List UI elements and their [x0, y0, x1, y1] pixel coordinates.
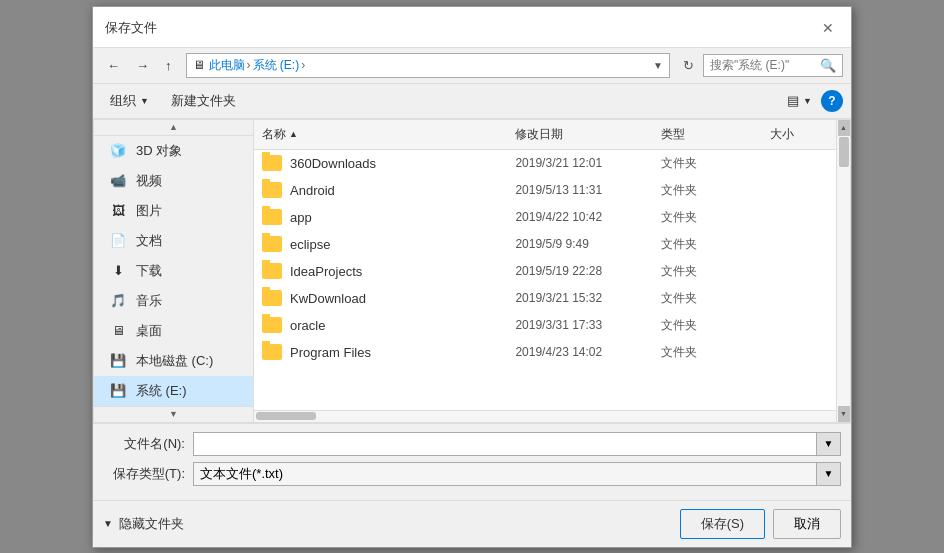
file-name-cell: oracle: [254, 314, 507, 336]
main-content: ▲ 🧊 3D 对象 📹 视频 🖼 图片 📄 文档 ⬇ 下载 🎵 音乐 🖥 桌面 …: [93, 119, 851, 423]
file-type-cell: 文件夹: [653, 341, 763, 364]
sidebar-item-8[interactable]: 💾 系统 (E:): [94, 376, 253, 406]
sidebar-icon-3: 📄: [108, 231, 128, 251]
table-row[interactable]: app 2019/4/22 10:42 文件夹: [254, 204, 836, 231]
filetype-select[interactable]: 文本文件(*.txt): [193, 462, 817, 486]
file-size-cell: [762, 349, 836, 355]
bottom-section: 文件名(N): ▼ 保存类型(T): 文本文件(*.txt) ▼: [93, 423, 851, 500]
close-button[interactable]: ✕: [817, 17, 839, 39]
sidebar-item-5[interactable]: 🎵 音乐: [94, 286, 253, 316]
file-date-cell: 2019/5/13 11:31: [507, 180, 653, 200]
new-folder-button[interactable]: 新建文件夹: [162, 88, 245, 114]
file-type-cell: 文件夹: [653, 152, 763, 175]
back-button[interactable]: ←: [101, 54, 126, 77]
file-name-text: Android: [290, 183, 335, 198]
sidebar-item-label-3: 文档: [136, 232, 162, 250]
sidebar-item-label-2: 图片: [136, 202, 162, 220]
col-size-header[interactable]: 大小: [762, 122, 836, 147]
table-row[interactable]: eclipse 2019/5/9 9:49 文件夹: [254, 231, 836, 258]
breadcrumb-dropdown-icon[interactable]: ▼: [653, 60, 663, 71]
file-name-cell: IdeaProjects: [254, 260, 507, 282]
view-icon: ▤: [787, 93, 799, 108]
file-type-cell: 文件夹: [653, 179, 763, 202]
file-size-cell: [762, 241, 836, 247]
table-row[interactable]: 360Downloads 2019/3/21 12:01 文件夹: [254, 150, 836, 177]
sidebar-scroll-up[interactable]: ▲: [94, 120, 253, 136]
up-button[interactable]: ↑: [159, 54, 178, 77]
col-name-header[interactable]: 名称 ▲: [254, 122, 507, 147]
sidebar-icon-4: ⬇: [108, 261, 128, 281]
sidebar-scroll-down[interactable]: ▼: [94, 406, 253, 422]
folder-icon: [262, 317, 282, 333]
breadcrumb-current[interactable]: 系统 (E:): [253, 57, 300, 74]
breadcrumb-root[interactable]: 此电脑: [209, 57, 245, 74]
h-scrollbar-thumb: [256, 412, 316, 420]
sidebar-item-4[interactable]: ⬇ 下载: [94, 256, 253, 286]
help-button[interactable]: ?: [821, 90, 843, 112]
table-row[interactable]: Android 2019/5/13 11:31 文件夹: [254, 177, 836, 204]
h-scrollbar[interactable]: [254, 410, 836, 422]
save-button[interactable]: 保存(S): [680, 509, 765, 539]
filename-label: 文件名(N):: [103, 435, 193, 453]
cancel-button[interactable]: 取消: [773, 509, 841, 539]
refresh-button[interactable]: ↻: [678, 56, 699, 75]
chevron-down-icon: ▼: [103, 518, 113, 529]
sidebar-item-7[interactable]: 💾 本地磁盘 (C:): [94, 346, 253, 376]
file-list-header: 名称 ▲ 修改日期 类型 大小: [254, 120, 836, 150]
sidebar-item-1[interactable]: 📹 视频: [94, 166, 253, 196]
search-input[interactable]: [710, 58, 820, 72]
sidebar-item-0[interactable]: 🧊 3D 对象: [94, 136, 253, 166]
hide-folder-toggle[interactable]: ▼ 隐藏文件夹: [103, 515, 184, 533]
sidebar-icon-5: 🎵: [108, 291, 128, 311]
filename-row: 文件名(N): ▼: [103, 432, 841, 456]
filetype-dropdown-button[interactable]: ▼: [817, 462, 841, 486]
organize-label: 组织: [110, 92, 136, 110]
action-bar: 组织 ▼ 新建文件夹 ▤ ▼ ?: [93, 84, 851, 119]
sidebar-item-6[interactable]: 🖥 桌面: [94, 316, 253, 346]
table-row[interactable]: Program Files 2019/4/23 14:02 文件夹: [254, 339, 836, 366]
col-type-header[interactable]: 类型: [653, 122, 763, 147]
folder-icon: [262, 155, 282, 171]
filename-input[interactable]: [193, 432, 817, 456]
file-name-cell: app: [254, 206, 507, 228]
sidebar-item-2[interactable]: 🖼 图片: [94, 196, 253, 226]
forward-button[interactable]: →: [130, 54, 155, 77]
file-size-cell: [762, 214, 836, 220]
filename-dropdown-button[interactable]: ▼: [817, 432, 841, 456]
file-type-cell: 文件夹: [653, 206, 763, 229]
folder-icon: [262, 344, 282, 360]
file-rows: 360Downloads 2019/3/21 12:01 文件夹 Android…: [254, 150, 836, 410]
sidebar-icon-6: 🖥: [108, 321, 128, 341]
file-name-text: app: [290, 210, 312, 225]
v-scroll-track: [838, 136, 850, 406]
footer-buttons: 保存(S) 取消: [680, 509, 841, 539]
footer-bar: ▼ 隐藏文件夹 保存(S) 取消: [93, 500, 851, 547]
file-list-inner: 名称 ▲ 修改日期 类型 大小 360Downl: [254, 120, 836, 422]
sort-asc-icon: ▲: [289, 129, 298, 139]
file-name-cell: eclipse: [254, 233, 507, 255]
folder-icon: [262, 290, 282, 306]
filetype-label: 保存类型(T):: [103, 465, 193, 483]
v-scroll-down[interactable]: ▼: [838, 406, 850, 422]
sidebar-item-label-0: 3D 对象: [136, 142, 182, 160]
table-row[interactable]: oracle 2019/3/31 17:33 文件夹: [254, 312, 836, 339]
breadcrumb[interactable]: 🖥 此电脑 › 系统 (E:) › ▼: [186, 53, 671, 78]
file-date-cell: 2019/5/19 22:28: [507, 261, 653, 281]
file-name-cell: Program Files: [254, 341, 507, 363]
sidebar-item-label-7: 本地磁盘 (C:): [136, 352, 213, 370]
sidebar: ▲ 🧊 3D 对象 📹 视频 🖼 图片 📄 文档 ⬇ 下载 🎵 音乐 🖥 桌面 …: [94, 120, 254, 422]
file-name-cell: KwDownload: [254, 287, 507, 309]
table-row[interactable]: IdeaProjects 2019/5/19 22:28 文件夹: [254, 258, 836, 285]
search-box: 🔍: [703, 54, 843, 77]
sidebar-item-3[interactable]: 📄 文档: [94, 226, 253, 256]
col-date-header[interactable]: 修改日期: [507, 122, 653, 147]
organize-button[interactable]: 组织 ▼: [101, 88, 158, 114]
table-row[interactable]: KwDownload 2019/3/21 15:32 文件夹: [254, 285, 836, 312]
file-type-cell: 文件夹: [653, 260, 763, 283]
view-button[interactable]: ▤ ▼: [778, 89, 821, 112]
filetype-row: 保存类型(T): 文本文件(*.txt) ▼: [103, 462, 841, 486]
file-size-cell: [762, 268, 836, 274]
v-scrollbar: ▲ ▼: [836, 120, 850, 422]
search-icon: 🔍: [820, 58, 836, 73]
v-scroll-up[interactable]: ▲: [838, 120, 850, 136]
